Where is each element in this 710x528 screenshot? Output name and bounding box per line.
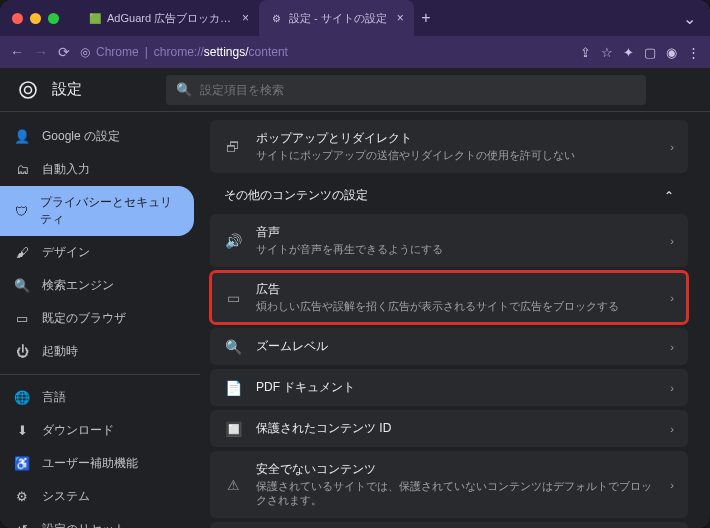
sidebar-item[interactable]: 🛡プライバシーとセキュリティ [0,186,194,236]
sidebar-item[interactable]: ▭既定のブラウザ [0,302,194,335]
group-header-label: その他のコンテンツの設定 [224,187,368,204]
popup-icon: 🗗 [224,139,242,155]
toolbar-right: ⇪ ☆ ✦ ▢ ◉ ⋮ [580,45,700,60]
sidebar-item-label: プライバシーとセキュリティ [40,194,180,228]
warn-icon: ⚠ [224,477,242,493]
window-icon[interactable]: ▢ [644,45,656,60]
new-tab-button[interactable]: + [414,0,438,36]
nav-buttons: ← → ⟳ [10,44,70,60]
sidebar-item-label: デザイン [42,244,90,261]
close-tab-icon[interactable]: × [242,11,249,25]
tab-title: AdGuard 広告ブロッカー - Chro [107,11,232,26]
row-text: 安全でないコンテンツ保護されているサイトでは、保護されていないコンテンツはデフォ… [256,461,656,508]
zoom-window-button[interactable] [48,13,59,24]
sidebar-item-label: 設定のリセット [42,521,126,528]
settings-favicon-icon: ⚙ [269,11,283,25]
chevron-right-icon: › [670,423,674,435]
content-row[interactable]: ▭広告煩わしい広告や誤解を招く広告が表示されるサイトで広告をブロックする› [210,271,688,324]
forward-button[interactable]: → [34,44,48,60]
row-label: 安全でないコンテンツ [256,461,656,478]
content-row[interactable]: 🔊音声サイトが音声を再生できるようにする› [210,214,688,267]
chevron-down-icon[interactable]: ⌄ [680,9,698,27]
chrome-logo-icon [18,80,38,100]
settings-header: 設定 🔍 [0,68,710,112]
menu-icon[interactable]: ⋮ [687,45,700,60]
sidebar-item-label: 検索エンジン [42,277,114,294]
a11y-icon: ♿ [14,456,30,471]
content-row[interactable]: 🔍ズームレベル› [210,328,688,365]
window-titlebar: 🟩 AdGuard 広告ブロッカー - Chro × ⚙ 設定 - サイトの設定… [0,0,710,36]
autofill-icon: 🗂 [14,162,30,177]
minimize-window-button[interactable] [30,13,41,24]
content-row[interactable]: ◎サードパーティのログインサイトで ID サービスからのログイン メッセージを表… [210,522,688,528]
page-title: 設定 [52,80,82,99]
chrome-scheme-icon: ◎ [80,45,90,59]
close-tab-icon[interactable]: × [397,11,404,25]
url-page: content [249,45,288,59]
row-sublabel: サイトにポップアップの送信やリダイレクトの使用を許可しない [256,149,656,163]
content-row[interactable]: 🗗ポップアップとリダイレクトサイトにポップアップの送信やリダイレクトの使用を許可… [210,120,688,173]
profile-icon[interactable]: ◉ [666,45,677,60]
sidebar-item-label: ダウンロード [42,422,114,439]
row-text: 音声サイトが音声を再生できるようにする [256,224,656,257]
tab-settings[interactable]: ⚙ 設定 - サイトの設定 × [259,0,414,36]
sidebar-item[interactable]: ♿ユーザー補助機能 [0,447,194,480]
sound-icon: 🔊 [224,233,242,249]
sidebar-item-label: 自動入力 [42,161,90,178]
sidebar-item[interactable]: 🖌デザイン [0,236,194,269]
chevron-right-icon: › [670,141,674,153]
chevron-up-icon: ⌃ [664,189,674,203]
reload-button[interactable]: ⟳ [58,44,70,60]
system-icon: ⚙ [14,489,30,504]
sidebar-item-label: 言語 [42,389,66,406]
group-header-other-content[interactable]: その他のコンテンツの設定 ⌃ [210,177,688,214]
row-text: PDF ドキュメント [256,379,656,396]
content-row[interactable]: 📄PDF ドキュメント› [210,369,688,406]
sidebar-item-label: 既定のブラウザ [42,310,126,327]
settings-main: 👤Google の設定🗂自動入力🛡プライバシーとセキュリティ🖌デザイン🔍検索エン… [0,112,710,528]
sidebar-item[interactable]: ↺設定のリセット [0,513,194,528]
row-label: 音声 [256,224,656,241]
url-path: settings/ [204,45,249,59]
back-button[interactable]: ← [10,44,24,60]
row-label: PDF ドキュメント [256,379,656,396]
row-text: 保護されたコンテンツ ID [256,420,656,437]
sidebar: 👤Google の設定🗂自動入力🛡プライバシーとセキュリティ🖌デザイン🔍検索エン… [0,112,200,528]
search-icon: 🔍 [14,278,30,293]
content-row[interactable]: 🔲保護されたコンテンツ ID› [210,410,688,447]
sidebar-item[interactable]: ⚙システム [0,480,194,513]
star-icon[interactable]: ☆ [601,45,613,60]
sidebar-item[interactable]: 🗂自動入力 [0,153,194,186]
row-sublabel: 保護されているサイトでは、保護されていないコンテンツはデフォルトでブロックされま… [256,480,656,508]
sidebar-item[interactable]: 👤Google の設定 [0,120,194,153]
sidebar-item-label: システム [42,488,90,505]
content-panel: 🗗ポップアップとリダイレクトサイトにポップアップの送信やリダイレクトの使用を許可… [200,112,710,528]
tab-adguard[interactable]: 🟩 AdGuard 広告ブロッカー - Chro × [79,0,259,36]
row-label: ポップアップとリダイレクト [256,130,656,147]
sidebar-item[interactable]: ⏻起動時 [0,335,194,368]
sidebar-item[interactable]: ⬇ダウンロード [0,414,194,447]
search-input[interactable] [200,83,636,97]
globe-icon: 🌐 [14,390,30,405]
chevron-right-icon: › [670,341,674,353]
sidebar-item[interactable]: 🌐言語 [0,381,194,414]
row-text: ポップアップとリダイレクトサイトにポップアップの送信やリダイレクトの使用を許可し… [256,130,656,163]
row-label: 広告 [256,281,656,298]
share-icon[interactable]: ⇪ [580,45,591,60]
close-window-button[interactable] [12,13,23,24]
omnibox[interactable]: ◎ Chrome | chrome://settings/content [80,45,570,59]
chevron-right-icon: › [670,382,674,394]
pdf-icon: 📄 [224,380,242,396]
row-text: ズームレベル [256,338,656,355]
sidebar-item[interactable]: 🔍検索エンジン [0,269,194,302]
search-icon: 🔍 [176,82,192,97]
shield-icon: 🛡 [14,204,28,219]
person-icon: 👤 [14,129,30,144]
brush-icon: 🖌 [14,245,30,260]
ads-icon: ▭ [224,290,242,306]
chevron-right-icon: › [670,479,674,491]
tab-strip: 🟩 AdGuard 広告ブロッカー - Chro × ⚙ 設定 - サイトの設定… [79,0,672,36]
content-row[interactable]: ⚠安全でないコンテンツ保護されているサイトでは、保護されていないコンテンツはデフ… [210,451,688,518]
settings-search[interactable]: 🔍 [166,75,646,105]
extensions-icon[interactable]: ✦ [623,45,634,60]
